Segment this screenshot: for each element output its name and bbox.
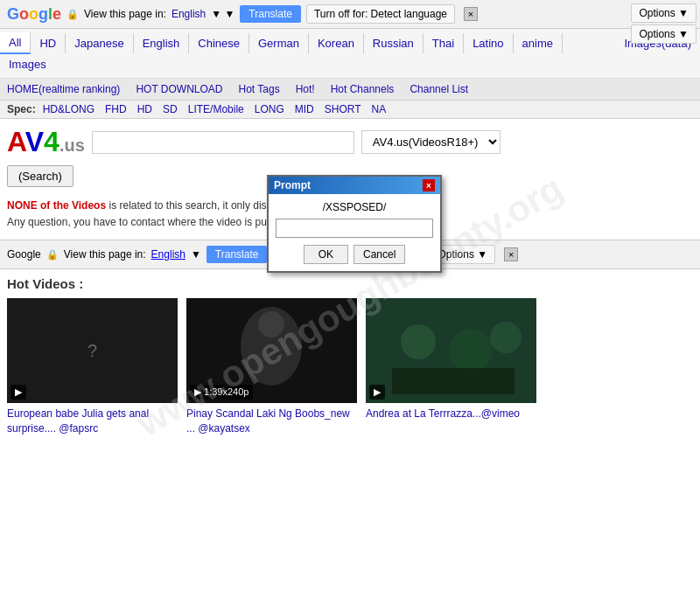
dialog-body: /XSSPOSED/ OK Cancel: [269, 194, 440, 271]
dialog-input[interactable]: [276, 219, 433, 238]
prompt-dialog: Prompt × /XSSPOSED/ OK Cancel: [267, 175, 442, 273]
english-lang-link[interactable]: English: [172, 8, 206, 20]
video-thumbnail-3[interactable]: ▶: [366, 298, 536, 403]
dialog-message: /XSSPOSED/: [276, 201, 433, 213]
bottom-translate-button[interactable]: Translate: [206, 246, 268, 263]
spec-short[interactable]: SHORT: [321, 102, 365, 116]
spec-hdlong[interactable]: HD&LONG: [39, 102, 98, 116]
menu-channel-list[interactable]: Channel List: [402, 81, 475, 97]
video-grid: ? ▶ European babe Julia gets anal surpri…: [7, 298, 693, 436]
video-thumbnail-2[interactable]: ▶ 1:39x240p: [186, 298, 357, 403]
none-of-videos: NONE of the Videos: [7, 199, 106, 212]
menu-home[interactable]: HOME(realtime ranking): [0, 81, 127, 97]
nav-item-korean[interactable]: Korean: [309, 33, 364, 53]
play-btn-1[interactable]: ▶: [10, 385, 26, 400]
broken-img-icon-1: ?: [88, 341, 97, 361]
bottom-view-text: View this page in:: [64, 248, 146, 261]
spec-long[interactable]: LONG: [251, 102, 288, 116]
svg-rect-7: [392, 368, 514, 394]
menu-bar: HOME(realtime ranking) HOT DOWNLOAD Hot …: [0, 79, 700, 101]
nav-images-row: Images: [0, 54, 700, 74]
spec-mid[interactable]: MID: [291, 102, 318, 116]
play-btn-3[interactable]: ▶: [369, 385, 385, 400]
video-title-1[interactable]: European babe Julia gets anal surprise..…: [7, 407, 178, 436]
spec-hd[interactable]: HD: [134, 102, 156, 116]
nav-item-thai[interactable]: Thai: [424, 33, 464, 53]
svg-point-4: [401, 324, 436, 359]
spec-label: Spec:: [7, 103, 36, 115]
options-group: Options ▼ Options ▼: [627, 0, 700, 47]
nav-images[interactable]: Images: [0, 54, 55, 74]
hot-videos-title: Hot Videos :: [7, 276, 693, 291]
video-item-3[interactable]: ▶ Andrea at La Terrrazza...@vimeo: [366, 298, 536, 436]
video-item-1[interactable]: ? ▶ European babe Julia gets anal surpri…: [7, 298, 178, 436]
spec-sd[interactable]: SD: [159, 102, 181, 116]
nav-item-german[interactable]: German: [249, 33, 309, 53]
view-page-text: View this page in:: [84, 8, 166, 20]
dialog-buttons: OK Cancel: [276, 245, 433, 264]
lock-icon-2: 🔒: [46, 249, 59, 261]
search-input[interactable]: [92, 131, 354, 154]
spec-fhd[interactable]: FHD: [102, 102, 130, 116]
hot-videos-section: Hot Videos : ? ▶ European babe Julia get…: [0, 269, 700, 443]
dialog-title-text: Prompt: [274, 179, 311, 191]
search-button[interactable]: (Search): [7, 165, 74, 187]
menu-hot-tags[interactable]: Hot Tags: [232, 81, 287, 97]
dialog-title-bar: Prompt ×: [269, 177, 440, 194]
nav-item-english[interactable]: English: [134, 33, 190, 53]
duration-badge-2: ▶ 1:39x240p: [190, 385, 253, 400]
menu-hot-download[interactable]: HOT DOWNLOAD: [129, 81, 229, 97]
search-select[interactable]: AV4.us(VideosR18+): [361, 130, 500, 154]
video-title-3[interactable]: Andrea at La Terrrazza...@vimeo: [366, 407, 536, 421]
nav-item-latino[interactable]: Latino: [464, 33, 513, 53]
nav-row: All HD Japanese English Chinese German K…: [0, 32, 700, 54]
dialog-ok-btn[interactable]: OK: [304, 245, 348, 264]
site-logo: AV4.us: [7, 126, 85, 158]
nav-item-hd[interactable]: HD: [31, 33, 66, 53]
spec-bar: Spec: HD&LONG FHD HD SD LITE/Mobile LONG…: [0, 101, 700, 119]
nav-item-japanese[interactable]: Japanese: [66, 33, 133, 53]
google-logo: Google: [7, 5, 61, 24]
dialog-close-btn[interactable]: ×: [423, 179, 435, 191]
top-translate-bar: Google 🔒 View this page in: English▼ ▼ T…: [0, 0, 700, 29]
svg-point-6: [490, 322, 522, 353]
translate-button[interactable]: Translate: [240, 5, 301, 23]
dialog-cancel-btn[interactable]: Cancel: [354, 245, 405, 264]
nav-item-russian[interactable]: Russian: [364, 33, 424, 53]
spec-lite[interactable]: LITE/Mobile: [185, 102, 248, 116]
bottom-close-btn[interactable]: ×: [504, 247, 518, 261]
top-translate-close-btn[interactable]: ×: [464, 7, 478, 21]
nav-bar: All HD Japanese English Chinese German K…: [0, 29, 700, 79]
lock-icon: 🔒: [66, 9, 79, 20]
nav-item-all[interactable]: All: [0, 32, 31, 54]
nav-item-chinese[interactable]: Chinese: [189, 33, 249, 53]
search-area: AV4.us AV4.us(VideosR18+): [0, 119, 700, 165]
video-item-2[interactable]: ▶ 1:39x240p Pinay Scandal Laki Ng Boobs_…: [186, 298, 357, 436]
options-btn-2[interactable]: Options ▼: [631, 24, 696, 44]
turn-off-button[interactable]: Turn off for: Detect language: [306, 4, 455, 24]
video-title-2[interactable]: Pinay Scandal Laki Ng Boobs_new ... @kay…: [186, 407, 357, 436]
google-logo-2: Google: [7, 248, 41, 261]
bottom-english-link[interactable]: English: [151, 248, 186, 261]
svg-point-5: [449, 329, 493, 372]
nav-item-anime[interactable]: anime: [514, 33, 563, 53]
video-thumbnail-1[interactable]: ? ▶: [7, 298, 178, 403]
spec-na[interactable]: NA: [368, 102, 390, 116]
svg-point-2: [258, 311, 284, 337]
menu-hot[interactable]: Hot!: [289, 81, 322, 97]
menu-hot-channels[interactable]: Hot Channels: [324, 81, 402, 97]
options-btn-1[interactable]: Options ▼: [631, 3, 696, 23]
